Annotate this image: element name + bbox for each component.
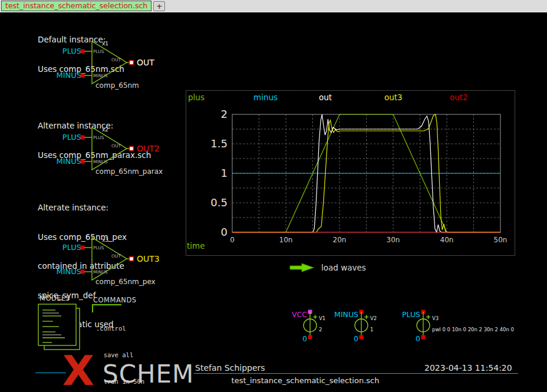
symbol-name: comp_65nm_pex: [95, 278, 156, 286]
plus-net-label[interactable]: PLUS: [62, 133, 81, 141]
x-tick-label: 20n: [333, 236, 347, 244]
plus-pin: [81, 50, 85, 54]
pin-label-plus: PLUS: [93, 49, 104, 54]
pin-label-plus: PLUS: [93, 135, 104, 140]
out-net-label[interactable]: OUT: [137, 58, 154, 67]
plus-polarity-icon: +: [364, 313, 369, 321]
datetime: 2023-04-13 11:54:20: [424, 363, 512, 373]
legend-out: out: [319, 93, 332, 102]
pin-label-plus: PLUS: [93, 245, 104, 251]
bottom-pin: [360, 335, 364, 340]
xschem-window: test_instance_schematic_selection.sch + …: [0, 0, 547, 392]
net-label-vcc[interactable]: VCC: [292, 310, 307, 319]
gnd-label[interactable]: 0: [354, 334, 358, 343]
x-tick-label: 50n: [494, 236, 508, 244]
instance-refdes: x3: [102, 237, 108, 243]
waveform-plot: 010n20n30n40n50n00.511.52plusminusoutout…: [186, 91, 515, 255]
legend-out3: out3: [384, 93, 403, 102]
legend-minus: minus: [253, 93, 278, 102]
text-line: Alterate instance:: [38, 203, 127, 213]
author-name: Stefan Schippers: [195, 363, 265, 373]
title-block-underline: [194, 373, 518, 374]
source-refdes: V2: [370, 315, 377, 321]
minus-net-label[interactable]: MINUS: [56, 267, 81, 276]
symbol-name: comp_65nm: [95, 81, 139, 90]
schematic-canvas[interactable]: Default instance: Uses comp_65nm.sch PLU…: [0, 12, 547, 392]
bottom-pin: [421, 335, 426, 340]
net-label-plus[interactable]: PLUS: [402, 310, 420, 319]
source-refdes: V3: [432, 315, 439, 321]
source-value: 2: [319, 327, 322, 332]
command-line: save all: [96, 351, 263, 360]
legend-plus: plus: [188, 93, 205, 102]
minus-pin: [81, 270, 85, 274]
command-line: .control: [96, 324, 263, 333]
comparator-symbol-x3[interactable]: PLUS MINUS PLUS MINUS OUT x3 OUT3 comp_6…: [27, 232, 180, 291]
source-refdes: V1: [319, 315, 325, 321]
pin-label-minus: MINUS: [93, 159, 108, 164]
schematic-title: test_instance_schematic_selection.sch: [152, 376, 459, 385]
plus-pin: [81, 246, 85, 250]
tab-schematic[interactable]: test_instance_schematic_selection.sch: [1, 1, 151, 11]
y-tick-label: 2: [221, 108, 228, 120]
out-net-label[interactable]: OUT2: [137, 144, 160, 153]
source-value: 1: [370, 327, 373, 332]
pin-label-out: OUT: [111, 57, 121, 62]
y-tick-label: 0: [221, 226, 228, 238]
out-net-label[interactable]: OUT3: [137, 254, 160, 263]
pin-label-minus: MINUS: [93, 73, 108, 78]
out-pin: [130, 61, 134, 65]
legend-out2: out2: [450, 93, 468, 102]
gnd-label[interactable]: 0: [302, 334, 307, 343]
bottom-pin: [308, 335, 312, 340]
out-pin: [130, 147, 134, 151]
plus-polarity-icon: +: [312, 313, 318, 321]
minus-pin: [81, 160, 85, 164]
comparator-symbol-x2[interactable]: PLUS MINUS PLUS MINUS OUT x2 OUT2 comp_6…: [27, 121, 180, 180]
symbol-name: comp_65nm_parax: [95, 167, 163, 176]
minus-pin: [81, 74, 85, 78]
minus-net-label[interactable]: MINUS: [56, 71, 81, 80]
net-label-minus[interactable]: MINUS: [334, 310, 358, 319]
commands-label: COMMANDS: [93, 296, 137, 304]
models-label: MODELS: [39, 294, 70, 302]
comparator-symbol-x1[interactable]: PLUS MINUS PLUS MINUS OUT x1 OUT comp_65…: [27, 35, 180, 94]
pin-label-out: OUT: [111, 143, 121, 149]
pin-label-minus: MINUS: [93, 269, 108, 275]
x-tick-label: 10n: [279, 236, 293, 244]
x-tick-label: 0: [230, 236, 235, 244]
title-block-line: [35, 373, 66, 373]
y-tick-label: 1: [221, 167, 228, 179]
x-axis-label: time: [187, 241, 205, 251]
plus-polarity-icon: +: [426, 313, 431, 321]
load-waves-arrow-icon[interactable]: [288, 262, 318, 274]
x-tick-label: 40n: [440, 236, 454, 244]
gnd-label[interactable]: 0: [416, 334, 420, 343]
out-pin: [130, 257, 134, 261]
pin-label-out: OUT: [111, 253, 121, 259]
plus-net-label[interactable]: PLUS: [62, 243, 81, 252]
y-tick-label: 0.5: [210, 196, 228, 209]
vsource-v3[interactable]: PLUS + V3 pwl 0 0 10n 0 20n 2 30n 2 40n …: [390, 309, 526, 345]
y-tick-label: 1.5: [210, 137, 228, 150]
new-tab-button[interactable]: +: [153, 1, 165, 11]
source-value: pwl 0 0 10n 0 20n 2 30n 2 40n 0: [432, 327, 514, 332]
instance-refdes: x1: [102, 41, 108, 47]
xschem-logo-x: X: [62, 354, 94, 388]
minus-net-label[interactable]: MINUS: [56, 157, 81, 166]
instance-refdes: x2: [102, 127, 108, 133]
plus-net-label[interactable]: PLUS: [62, 47, 81, 55]
plus-pin: [81, 136, 85, 140]
waveform-graph[interactable]: 010n20n30n40n50n00.511.52plusminusoutout…: [186, 90, 515, 256]
load-waves-label[interactable]: load waves: [321, 263, 366, 272]
tab-bar: test_instance_schematic_selection.sch +: [0, 0, 547, 12]
x-tick-label: 30n: [387, 236, 400, 244]
